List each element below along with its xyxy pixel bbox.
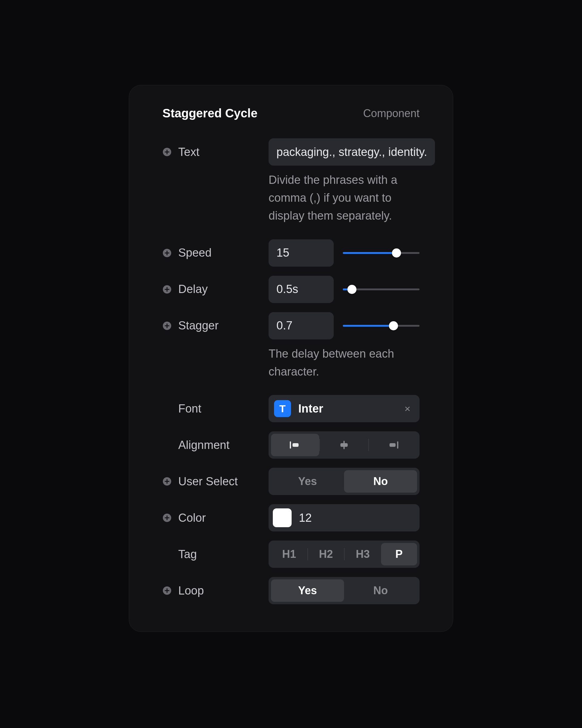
- delay-slider[interactable]: [343, 285, 419, 294]
- svg-rect-9: [397, 441, 398, 449]
- plus-circle-icon[interactable]: [163, 321, 172, 330]
- align-left-button[interactable]: [271, 434, 319, 456]
- loop-yes[interactable]: Yes: [271, 579, 344, 602]
- text-label: Text: [178, 146, 199, 159]
- font-name: Inter: [298, 402, 393, 415]
- svg-rect-4: [290, 441, 291, 449]
- align-left-icon: [290, 441, 301, 449]
- speed-input[interactable]: 15: [269, 239, 334, 267]
- color-swatch[interactable]: [273, 509, 292, 527]
- tag-label: Tag: [178, 548, 197, 561]
- user-select-no[interactable]: No: [344, 470, 417, 493]
- speed-slider[interactable]: [343, 249, 419, 258]
- stagger-input[interactable]: 0.7: [269, 312, 334, 339]
- tag-segmented: H1 H2 H3 P: [269, 541, 419, 568]
- align-center-icon: [339, 441, 350, 449]
- alignment-segmented: [269, 431, 419, 459]
- svg-rect-8: [389, 443, 395, 447]
- tag-h2[interactable]: H2: [308, 543, 344, 565]
- align-right-icon: [387, 441, 398, 449]
- close-icon[interactable]: ×: [401, 403, 414, 415]
- tag-h3[interactable]: H3: [345, 543, 381, 565]
- loop-no[interactable]: No: [344, 579, 417, 602]
- font-label: Font: [178, 402, 201, 415]
- panel-header: Staggered Cycle Component: [163, 106, 419, 120]
- text-helper: Divide the phrases with a comma (,) if y…: [269, 171, 419, 225]
- plus-circle-icon[interactable]: [163, 148, 172, 157]
- loop-label: Loop: [178, 584, 204, 597]
- user-select-label: User Select: [178, 475, 238, 488]
- plus-circle-icon[interactable]: [163, 513, 172, 522]
- tag-p[interactable]: P: [381, 543, 417, 565]
- delay-input[interactable]: 0.5s: [269, 276, 334, 303]
- alignment-label: Alignment: [178, 439, 229, 452]
- plus-circle-icon[interactable]: [163, 586, 172, 595]
- plus-circle-icon[interactable]: [163, 285, 172, 294]
- speed-label: Speed: [178, 246, 212, 259]
- align-right-button[interactable]: [369, 434, 417, 456]
- svg-rect-5: [293, 443, 299, 447]
- panel-type-label: Component: [363, 107, 419, 120]
- stagger-helper: The delay between each character.: [269, 345, 419, 381]
- loop-toggle: Yes No: [269, 577, 419, 604]
- tag-h1[interactable]: H1: [271, 543, 307, 565]
- plus-circle-icon[interactable]: [163, 477, 172, 486]
- plus-circle-icon[interactable]: [163, 249, 172, 258]
- delay-label: Delay: [178, 283, 207, 296]
- user-select-yes[interactable]: Yes: [271, 470, 344, 493]
- color-picker[interactable]: 12: [269, 504, 419, 531]
- align-center-button[interactable]: [320, 434, 368, 456]
- user-select-toggle: Yes No: [269, 468, 419, 495]
- color-value: 12: [299, 512, 312, 524]
- svg-rect-7: [340, 443, 348, 447]
- stagger-label: Stagger: [178, 319, 219, 332]
- panel-title: Staggered Cycle: [163, 106, 257, 120]
- color-label: Color: [178, 512, 206, 524]
- stagger-slider[interactable]: [343, 321, 419, 330]
- properties-panel: Staggered Cycle Component Text packaging…: [129, 85, 453, 632]
- font-badge-icon: T: [274, 400, 291, 417]
- font-picker[interactable]: T Inter ×: [269, 395, 419, 422]
- text-input[interactable]: packaging., strategy., identity.: [269, 138, 435, 165]
